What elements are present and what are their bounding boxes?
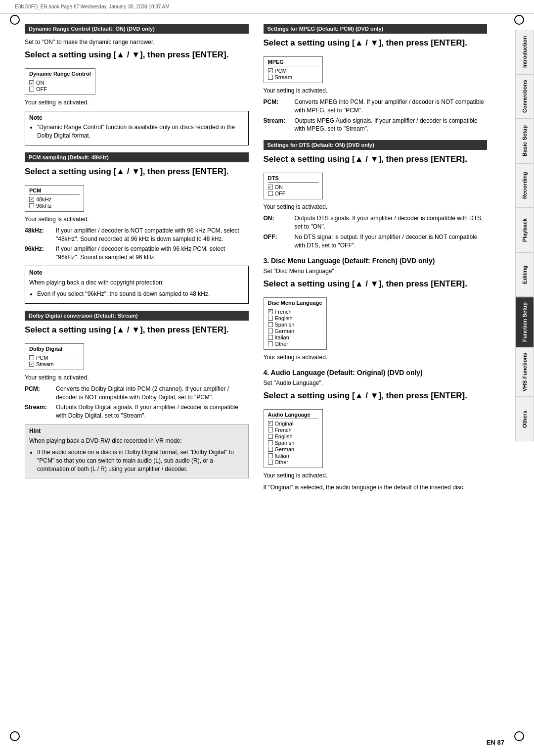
dolby-stream-row: Stream <box>29 361 80 367</box>
dolby-hint-list: If the audio source on a disc is in Dolb… <box>37 448 244 473</box>
audio-language-section: 4. Audio Language (Default: Original) (D… <box>264 369 488 492</box>
audio-language-title: 4. Audio Language (Default: Original) (D… <box>264 369 488 377</box>
sidebar-tab-connections[interactable]: Connections <box>515 74 534 119</box>
pcm-96khz-checkbox <box>29 203 34 208</box>
sidebar-tab-function-setup[interactable]: Function Setup <box>515 297 534 347</box>
disc-menu-german-checkbox <box>268 329 273 333</box>
dynamic-range-ui: Dynamic Range Control ON OFF <box>25 68 95 95</box>
sidebar-tab-others[interactable]: Others <box>515 397 534 441</box>
pcm-sampling-activated: Your setting is activated. <box>25 215 249 224</box>
dts-ui-title: DTS <box>268 175 318 183</box>
dynamic-range-heading: Select a setting using [▲ / ▼], then pre… <box>25 49 249 60</box>
dynamic-range-on-row: ON <box>29 80 91 86</box>
mpeg-activated: Your setting is activated. <box>264 86 488 95</box>
dts-section: Settings for DTS (Default: ON) (DVD only… <box>264 140 488 249</box>
dolby-pcm-row: PCM <box>29 355 80 361</box>
sidebar-tab-editing[interactable]: Editing <box>515 252 534 297</box>
dynamic-range-note-list: "Dynamic Range Control" function is avai… <box>37 123 244 140</box>
dts-activated: Your setting is activated. <box>264 202 488 211</box>
sidebar-tab-playback[interactable]: Playback <box>515 208 534 252</box>
dts-ui: DTS ON OFF <box>264 173 323 199</box>
dolby-digital-heading: Select a setting using [▲ / ▼], then pre… <box>25 325 249 335</box>
pcm-48khz-row: 48kHz <box>29 196 80 202</box>
dts-off-row: OFF <box>268 190 318 196</box>
pcm-sampling-ui: PCM 48kHz 96kHz <box>25 185 84 212</box>
dolby-digital-section: Dolby Digital conversion (Default: Strea… <box>25 311 249 479</box>
right-column: Settings for MPEG (Default: PCM) (DVD on… <box>264 24 488 499</box>
disc-menu-ui-title: Disc Menu Language <box>268 300 322 307</box>
dynamic-range-off-checkbox <box>29 87 34 92</box>
dynamic-range-activated: Your setting is activated. <box>25 98 249 107</box>
pcm-note-list: Even if you select "96kHz", the sound is… <box>37 290 244 298</box>
main-content: Dynamic Range Control (Default: ON) (DVD… <box>0 19 512 509</box>
dts-off-desc: OFF: No DTS signal is output. If your am… <box>264 233 488 250</box>
disc-menu-italian-checkbox <box>268 335 273 340</box>
dolby-pcm-desc: PCM: Converts the Dolby Digital into PCM… <box>25 385 249 402</box>
dynamic-range-ui-title: Dynamic Range Control <box>29 71 91 78</box>
audio-english-checkbox <box>268 434 273 439</box>
dynamic-range-note: Note "Dynamic Range Control" function is… <box>25 111 249 145</box>
mpeg-stream-desc: Stream: Outputs MPEG Audio signals. If y… <box>264 117 488 134</box>
dolby-hint: Hint When playing back a DVD-RW disc rec… <box>25 424 249 478</box>
disc-menu-french-checkbox <box>268 309 273 314</box>
disc-menu-heading: Select a setting using [▲ / ▼], then pre… <box>264 279 488 289</box>
audio-language-activated: Your setting is activated. <box>264 471 488 480</box>
mpeg-ui-title: MPEG <box>268 59 318 66</box>
dynamic-range-header: Dynamic Range Control (Default: ON) (DVD… <box>25 24 249 34</box>
audio-french-checkbox <box>268 427 273 432</box>
audio-spanish-checkbox <box>268 440 273 445</box>
dolby-hint-intro: When playing back a DVD-RW disc recorded… <box>29 436 244 445</box>
dolby-pcm-checkbox <box>29 355 34 360</box>
sidebar-tab-introduction[interactable]: Introduction <box>515 30 534 74</box>
audio-other-checkbox <box>268 460 273 465</box>
dts-header: Settings for DTS (Default: ON) (DVD only… <box>264 140 488 150</box>
dolby-digital-header: Dolby Digital conversion (Default: Strea… <box>25 311 249 321</box>
pcm-sampling-section: PCM sampling (Default: 48kHz) Select a s… <box>25 152 249 304</box>
disc-menu-english-checkbox <box>268 316 273 321</box>
dynamic-range-section: Dynamic Range Control (Default: ON) (DVD… <box>25 24 249 145</box>
audio-german-checkbox <box>268 447 273 452</box>
mpeg-header: Settings for MPEG (Default: PCM) (DVD on… <box>264 24 488 34</box>
page-footer: EN 87 <box>487 739 504 746</box>
pcm-note-item: Even if you select "96kHz", the sound is… <box>37 290 244 298</box>
footer-page-number: 87 <box>497 739 504 746</box>
mpeg-pcm-row: PCM <box>268 68 318 74</box>
mpeg-pcm-checkbox <box>268 68 273 73</box>
disc-menu-intro: Set "Disc Menu Language". <box>264 267 488 276</box>
right-sidebar: Introduction Connections Basic Setup Rec… <box>515 30 534 441</box>
disc-menu-spanish-checkbox <box>268 322 273 327</box>
disc-menu-other-checkbox <box>268 341 273 346</box>
dts-heading: Select a setting using [▲ / ▼], then pre… <box>264 154 488 165</box>
left-column: Dynamic Range Control (Default: ON) (DVD… <box>25 24 249 499</box>
sidebar-tab-recording[interactable]: Recording <box>515 163 534 208</box>
disc-menu-title: 3. Disc Menu Language (Default: French) … <box>264 257 488 265</box>
mpeg-pcm-desc: PCM: Converts MPEG into PCM. If your amp… <box>264 98 488 115</box>
dts-on-desc: ON: Outputs DTS signals. If your amplifi… <box>264 214 488 231</box>
pcm-sampling-descs: 48kHz: If your amplifier / decoder is NO… <box>25 227 249 262</box>
sidebar-tab-vhs-functions[interactable]: VHS Functions <box>515 347 534 397</box>
dolby-stream-desc: Stream: Outputs Dolby Digital signals. I… <box>25 403 249 420</box>
mpeg-ui: MPEG PCM Stream <box>264 56 323 83</box>
corner-mark-tl <box>10 15 20 25</box>
audio-language-heading: Select a setting using [▲ / ▼], then pre… <box>264 390 488 401</box>
pcm-note-title: Note <box>29 269 244 276</box>
audio-language-ui-title: Audio Language <box>268 412 318 419</box>
audio-italian-checkbox <box>268 453 273 458</box>
audio-language-intro: Set "Audio Language". <box>264 378 488 387</box>
dynamic-range-intro: Set to "ON" to make the dynamic range na… <box>25 38 249 47</box>
disc-menu-section: 3. Disc Menu Language (Default: French) … <box>264 257 488 362</box>
pcm-sampling-note: Note When playing back a disc with copyr… <box>25 266 249 304</box>
mpeg-stream-checkbox <box>268 75 273 80</box>
audio-original-checkbox <box>268 421 273 426</box>
sidebar-tab-basic-setup[interactable]: Basic Setup <box>515 119 534 163</box>
dolby-hint-item: If the audio source on a disc is in Dolb… <box>37 448 244 473</box>
dolby-descs: PCM: Converts the Dolby Digital into PCM… <box>25 385 249 420</box>
dolby-digital-ui: Dolby Digital PCM Stream <box>25 343 84 370</box>
pcm-sampling-ui-title: PCM <box>29 188 80 195</box>
dts-on-checkbox <box>268 185 273 189</box>
corner-mark-bl <box>10 731 20 741</box>
dts-descs: ON: Outputs DTS signals. If your amplifi… <box>264 214 488 249</box>
pcm-sampling-header: PCM sampling (Default: 48kHz) <box>25 152 249 162</box>
dolby-hint-title: Hint <box>29 427 244 434</box>
dynamic-range-off-row: OFF <box>29 86 91 92</box>
